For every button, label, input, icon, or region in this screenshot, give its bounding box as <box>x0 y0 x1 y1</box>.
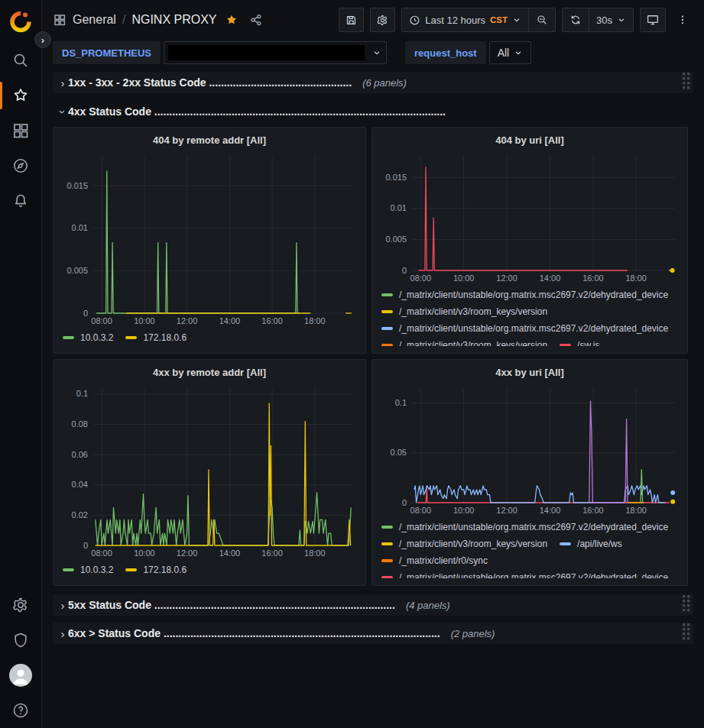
timeseries-chart: 00.020.040.060.080.108:0010:0012:0014:00… <box>60 382 359 559</box>
legend-row: /_matrix/client/unstable/org.matrix.msc2… <box>378 286 681 303</box>
svg-text:10:00: 10:00 <box>134 316 155 325</box>
legend-row: /_matrix/client/r0/sync <box>378 552 681 569</box>
legend-label: /_matrix/client/v3/room_keys/version <box>399 539 547 549</box>
legend-label: /sw.js <box>577 340 599 346</box>
legend-item[interactable]: /sw.js <box>560 340 599 346</box>
legend-swatch <box>381 327 393 330</box>
chart-svg: 00.050.108:0010:0012:0014:0016:0018:00 <box>378 382 681 516</box>
more-options-button[interactable] <box>672 8 693 32</box>
row-drag-handle[interactable] <box>683 623 690 643</box>
legend-swatch <box>381 293 393 296</box>
sidebar-item-search[interactable] <box>0 43 42 78</box>
svg-text:0.1: 0.1 <box>395 398 407 407</box>
sidebar-item-starred[interactable] <box>0 78 42 113</box>
legend-item[interactable]: 10.0.3.2 <box>63 565 113 575</box>
legend-item[interactable]: 172.18.0.6 <box>125 565 187 575</box>
dashboards-grid-icon <box>11 121 30 140</box>
refresh-button[interactable] <box>563 8 589 31</box>
panel-title[interactable]: 4xx by uri [All] <box>378 364 681 382</box>
legend-item[interactable]: 10.0.3.2 <box>63 332 113 343</box>
svg-text:0.02: 0.02 <box>72 510 88 519</box>
sidebar-item-explore[interactable] <box>0 148 42 183</box>
svg-text:0.01: 0.01 <box>391 203 407 212</box>
row-5xx[interactable]: › 5xx Status Code ......................… <box>53 594 693 616</box>
request-host-variable-label[interactable]: request_host <box>405 41 486 64</box>
bell-icon <box>11 192 30 210</box>
chevron-right-icon: › <box>57 599 68 612</box>
legend-item[interactable]: /_matrix/client/v3/room_keys/version <box>381 306 547 317</box>
legend-item[interactable]: /_matrix/client/unstable/org.matrix.msc2… <box>381 572 668 578</box>
legend-item[interactable]: /_matrix/client/unstable/org.matrix.msc2… <box>381 290 668 300</box>
request-host-value-dropdown[interactable]: All <box>489 41 532 64</box>
svg-text:16:00: 16:00 <box>582 506 604 515</box>
dashboard-header: General / NGINX PROXY <box>42 0 704 40</box>
sidebar-item-dashboards[interactable] <box>0 113 42 148</box>
legend-swatch <box>125 568 137 571</box>
svg-text:14:00: 14:00 <box>219 548 241 558</box>
legend-swatch <box>63 568 74 571</box>
svg-text:0.005: 0.005 <box>67 266 88 275</box>
row-4xx[interactable]: › 4xx Status Code ......................… <box>53 102 693 121</box>
share-icon[interactable] <box>249 13 263 27</box>
chevron-down-icon <box>617 15 626 24</box>
kiosk-mode-button[interactable] <box>640 8 666 32</box>
sidebar-item-profile[interactable] <box>0 658 42 693</box>
breadcrumb-section[interactable]: General <box>73 13 116 27</box>
chart-legend: /_matrix/client/unstable/org.matrix.msc2… <box>378 286 681 346</box>
panel-4xx-by-remote-addr[interactable]: 4xx by remote addr [All] 00.020.040.060.… <box>53 359 366 586</box>
panel-4xx-by-uri[interactable]: 4xx by uri [All] 00.050.108:0010:0012:00… <box>371 359 688 586</box>
panel-title[interactable]: 404 by uri [All] <box>378 131 681 150</box>
refresh-icon <box>569 14 582 26</box>
svg-text:0.04: 0.04 <box>72 480 88 489</box>
time-zoom-out-button[interactable] <box>528 8 555 31</box>
row-6xx[interactable]: › 6xx > Status Code ....................… <box>53 623 693 644</box>
sidebar <box>0 0 42 728</box>
star-icon <box>11 86 30 105</box>
compass-icon <box>11 157 30 175</box>
legend-row: /_matrix/client/v3/room_keys/version/api… <box>378 535 681 552</box>
legend-row: /_matrix/client/unstable/org.matrix.msc2… <box>378 320 681 337</box>
dashboard-title[interactable]: NGINX PROXY <box>131 13 216 27</box>
sidebar-item-configuration[interactable] <box>0 587 42 623</box>
svg-text:18:00: 18:00 <box>625 273 647 283</box>
legend-item[interactable]: /api/live/ws <box>560 539 622 549</box>
refresh-interval-dropdown[interactable]: 30s <box>589 8 633 31</box>
legend-swatch <box>381 576 393 578</box>
save-dashboard-button[interactable] <box>339 8 364 32</box>
legend-row: /_matrix/client/v3/room_keys/version/sw.… <box>378 337 681 346</box>
legend-item[interactable]: /_matrix/client/unstable/org.matrix.msc2… <box>381 323 668 334</box>
panel-grid: 404 by remote addr [All] 00.0050.010.015… <box>53 127 693 586</box>
legend-item[interactable]: /_matrix/client/v3/room_keys/version <box>381 340 547 346</box>
row-title-dots: ........................................… <box>154 599 395 611</box>
dashboard-settings-button[interactable] <box>370 8 395 32</box>
legend-item[interactable]: /_matrix/client/unstable/org.matrix.msc2… <box>381 522 668 532</box>
svg-text:0: 0 <box>402 498 407 507</box>
row-drag-handle[interactable] <box>683 73 690 92</box>
panel-title[interactable]: 404 by remote addr [All] <box>60 131 359 150</box>
time-range-picker[interactable]: Last 12 hours CST <box>402 8 528 31</box>
legend-item[interactable]: /_matrix/client/r0/sync <box>381 555 488 566</box>
row-title-dots: ........................................… <box>154 105 446 118</box>
legend-label: 10.0.3.2 <box>80 565 113 575</box>
legend-swatch <box>381 344 393 346</box>
row-drag-handle[interactable] <box>683 595 690 615</box>
panel-404-by-uri[interactable]: 404 by uri [All] 00.0050.010.01508:0010:… <box>371 127 688 354</box>
panel-404-by-remote-addr[interactable]: 404 by remote addr [All] 00.0050.010.015… <box>53 127 366 354</box>
legend-row: /_matrix/client/unstable/org.matrix.msc2… <box>378 569 681 578</box>
svg-text:0.015: 0.015 <box>385 173 407 182</box>
favorite-star-icon[interactable] <box>225 13 238 27</box>
sidebar-item-server-admin[interactable] <box>0 623 42 658</box>
legend-item[interactable]: 172.18.0.6 <box>125 332 187 343</box>
legend-item[interactable]: /_matrix/client/v3/room_keys/version <box>381 539 547 549</box>
row-title-dots: ........................................… <box>209 76 352 89</box>
sidebar-expand-button[interactable]: › <box>34 31 51 48</box>
sidebar-item-alerting[interactable] <box>0 183 42 218</box>
datasource-variable-label[interactable]: DS_PROMETHEUS <box>53 41 161 64</box>
datasource-value-dropdown[interactable] <box>164 41 387 64</box>
variables-submenu: DS_PROMETHEUS request_host All <box>53 41 693 64</box>
row-1xx-3xx-2xx[interactable]: › 1xx - 3xx - 2xx Status Code ..........… <box>53 72 693 93</box>
sidebar-item-help[interactable] <box>0 693 42 728</box>
legend-label: /_matrix/client/unstable/org.matrix.msc2… <box>399 323 668 334</box>
time-picker-group: Last 12 hours CST <box>401 8 556 32</box>
panel-title[interactable]: 4xx by remote addr [All] <box>60 364 359 382</box>
